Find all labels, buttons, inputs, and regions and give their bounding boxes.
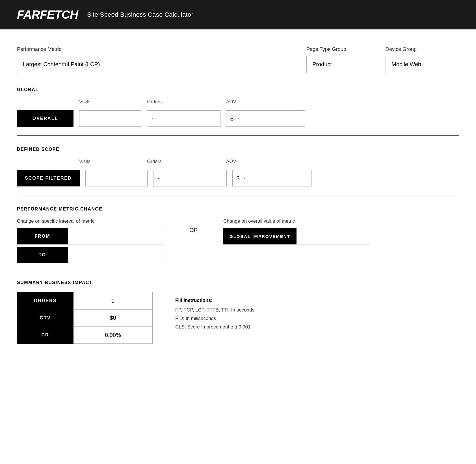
scope-visits-input[interactable] xyxy=(85,170,148,186)
fill-item-2: CLS: Score Improvement e.g.0.001 xyxy=(175,324,254,330)
page-type-device-group: Page Type Group Device Group xyxy=(306,46,459,73)
device-group-group: Device Group xyxy=(386,46,459,73)
global-section-label: GLOBAL xyxy=(17,87,459,92)
summary-gtv-value: $0 xyxy=(73,309,153,327)
global-improvement-input[interactable] xyxy=(297,228,370,244)
performance-inner: Change on specific interval of metric FR… xyxy=(17,218,459,263)
top-form-row: Performance Metric Page Type Group Devic… xyxy=(17,46,459,73)
main-content: Performance Metric Page Type Group Devic… xyxy=(0,29,476,378)
overall-aov-value: - xyxy=(237,116,305,122)
fill-instructions: Fill Instructions: FP, PCP, LCP, TTFB, T… xyxy=(175,292,254,333)
to-row: TO xyxy=(17,247,164,263)
scope-divider xyxy=(17,195,459,195)
from-to-section: Change on specific interval of metric FR… xyxy=(17,218,164,263)
summary-section: SUMMARY BUSINESS IMPACT ORDERS 0 GTV $0 … xyxy=(17,280,459,344)
change-overall-label: Change on overall value of metric xyxy=(223,218,370,224)
overall-aov-prefix: $ xyxy=(226,115,237,122)
scope-aov-value: - xyxy=(244,175,311,181)
to-button[interactable]: TO xyxy=(17,247,68,263)
page-type-group-group: Page Type Group xyxy=(306,46,374,73)
performance-metric-group: Performance Metric xyxy=(17,46,147,73)
scope-orders-col-label: Orders xyxy=(147,159,220,164)
global-improvement-button[interactable]: GLOBAL IMPROVEMENT xyxy=(223,228,297,244)
scope-orders-input[interactable] xyxy=(153,170,227,186)
summary-orders-row: ORDERS 0 xyxy=(17,292,153,310)
performance-section-label: PERFORMANCE METRIC CHANGE xyxy=(17,207,459,212)
app-header: FARFETCH Site Speed Business Case Calcul… xyxy=(0,0,476,29)
performance-metric-label: Performance Metric xyxy=(17,46,147,52)
fill-item-0: FP, PCP, LCP, TTFB, TTI: In seconds xyxy=(175,307,254,313)
summary-cr-value: 0,00% xyxy=(73,326,153,344)
summary-cr-label: CR xyxy=(17,326,73,344)
app-logo: FARFETCH xyxy=(17,8,78,22)
scope-aov-prefix: $ xyxy=(233,175,244,182)
summary-table: ORDERS 0 GTV $0 CR 0,00% xyxy=(17,292,153,344)
summary-gtv-row: GTV $0 xyxy=(17,309,153,327)
change-interval-label: Change on specific interval of metric xyxy=(17,218,164,224)
scope-filtered-row: SCOPE FILTERED $ - xyxy=(17,170,459,186)
device-group-label: Device Group xyxy=(386,46,459,52)
page-type-group-label: Page Type Group xyxy=(306,46,374,52)
from-input[interactable] xyxy=(68,228,164,244)
fill-item-1: FID: In miliseconds xyxy=(175,316,254,321)
overall-orders-input[interactable] xyxy=(147,110,220,127)
overall-aov-col-label: AOV xyxy=(226,99,305,105)
to-input[interactable] xyxy=(68,247,164,263)
summary-gtv-label: GTV xyxy=(17,309,73,327)
overall-aov-wrapper: $ - xyxy=(226,110,305,127)
global-divider xyxy=(17,135,459,136)
page-type-group-input[interactable] xyxy=(306,56,374,73)
overall-button[interactable]: OVERALL xyxy=(17,110,73,127)
fill-instructions-title: Fill Instructions: xyxy=(175,298,254,303)
summary-orders-label: ORDERS xyxy=(17,292,73,310)
overall-orders-col-label: Orders xyxy=(147,99,220,105)
summary-cr-row: CR 0,00% xyxy=(17,326,153,344)
scope-filtered-button[interactable]: SCOPE FILTERED xyxy=(17,170,80,186)
from-to-rows: FROM TO xyxy=(17,228,164,263)
device-group-input[interactable] xyxy=(386,56,459,73)
or-label: OR xyxy=(181,227,206,233)
scope-aov-col-label: AOV xyxy=(226,159,305,164)
overall-visits-input[interactable] xyxy=(79,110,141,127)
app-title: Site Speed Business Case Calculator xyxy=(87,11,193,18)
global-improvement-row: GLOBAL IMPROVEMENT xyxy=(223,228,370,244)
global-section: GLOBAL Visits Orders AOV OVERALL $ - xyxy=(17,87,459,136)
overall-row: OVERALL $ - xyxy=(17,110,459,127)
from-button[interactable]: FROM xyxy=(17,228,68,244)
global-improvement-section: Change on overall value of metric GLOBAL… xyxy=(223,218,370,244)
summary-section-label: SUMMARY BUSINESS IMPACT xyxy=(17,280,459,285)
defined-scope-section: DEFINED SCOPE Visits Orders AOV SCOPE FI… xyxy=(17,147,459,195)
scope-visits-col-label: Visits xyxy=(79,159,141,164)
overall-visits-col-label: Visits xyxy=(79,99,141,105)
performance-section: PERFORMANCE METRIC CHANGE Change on spec… xyxy=(17,207,459,263)
performance-metric-input[interactable] xyxy=(17,56,147,73)
summary-inner: ORDERS 0 GTV $0 CR 0,00% Fill Instructio… xyxy=(17,292,459,344)
scope-aov-wrapper: $ - xyxy=(232,170,311,186)
defined-scope-label: DEFINED SCOPE xyxy=(17,147,459,152)
summary-orders-value: 0 xyxy=(73,292,153,310)
from-row: FROM xyxy=(17,228,164,244)
